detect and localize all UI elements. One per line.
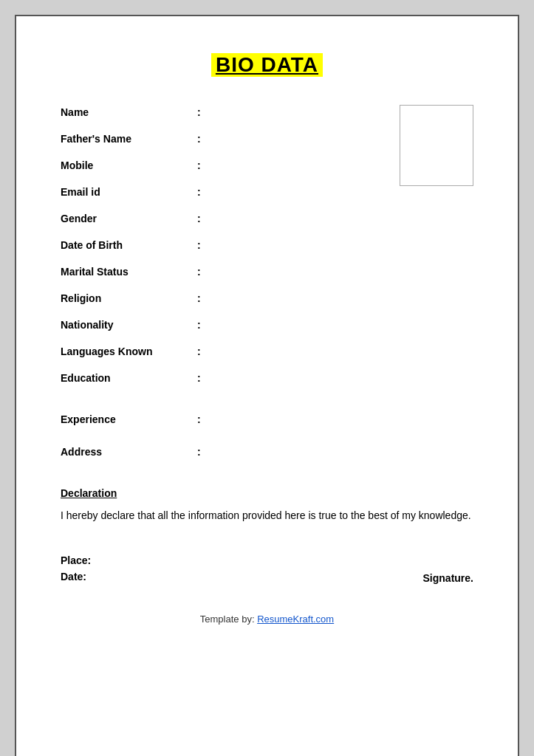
- table-row: Email id :: [61, 186, 473, 207]
- address-label: Address: [61, 446, 197, 458]
- field-colon-languages: :: [197, 346, 201, 357]
- footer-text: Template by:: [200, 614, 257, 625]
- field-label-name: Name: [61, 106, 197, 118]
- photo-box: [400, 105, 473, 186]
- field-colon-mobile: :: [197, 159, 201, 171]
- title-section: BIO DATA: [61, 53, 473, 77]
- table-row: Languages Known :: [61, 346, 473, 366]
- page: BIO DATA Name : Father's Name : Mobile :…: [15, 15, 519, 756]
- place-row: Place:: [61, 554, 473, 566]
- declaration-title: Declaration: [61, 487, 473, 499]
- experience-colon: :: [197, 413, 201, 425]
- field-colon-marital-status: :: [197, 266, 201, 278]
- declaration-text: I hereby declare that all the informatio…: [61, 506, 473, 525]
- field-label-fathers-name: Father's Name: [61, 133, 197, 145]
- field-colon-nationality: :: [197, 319, 201, 331]
- page-title: BIO DATA: [211, 53, 323, 77]
- experience-row: Experience :: [61, 413, 473, 425]
- experience-label: Experience: [61, 413, 197, 425]
- table-row: Gender :: [61, 213, 473, 233]
- signature-label: Signature.: [423, 572, 473, 584]
- field-colon-religion: :: [197, 292, 201, 304]
- field-colon-education: :: [197, 372, 201, 384]
- field-colon-gender: :: [197, 213, 201, 224]
- field-label-languages: Languages Known: [61, 346, 197, 357]
- field-label-dob: Date of Birth: [61, 239, 197, 251]
- field-colon-fathers-name: :: [197, 133, 201, 145]
- table-row: Marital Status :: [61, 266, 473, 286]
- table-row: Education :: [61, 372, 473, 393]
- table-row: Nationality :: [61, 319, 473, 340]
- footer: Template by: ResumeKraft.com: [61, 614, 473, 625]
- field-label-nationality: Nationality: [61, 319, 197, 331]
- table-row: Religion :: [61, 292, 473, 313]
- field-label-mobile: Mobile: [61, 159, 197, 171]
- address-colon: :: [197, 446, 201, 458]
- address-row: Address :: [61, 446, 473, 458]
- address-section: Address :: [61, 446, 473, 458]
- field-label-gender: Gender: [61, 213, 197, 224]
- place-label: Place:: [61, 554, 91, 566]
- declaration-section: Declaration I hereby declare that all th…: [61, 487, 473, 525]
- field-label-education: Education: [61, 372, 197, 384]
- table-row: Date of Birth :: [61, 239, 473, 260]
- footer-link[interactable]: ResumeKraft.com: [257, 614, 334, 625]
- field-label-marital-status: Marital Status: [61, 266, 197, 278]
- place-date-section: Place: Date: Signature.: [61, 554, 473, 584]
- experience-section: Experience :: [61, 413, 473, 425]
- field-label-religion: Religion: [61, 292, 197, 304]
- field-label-email: Email id: [61, 186, 197, 198]
- field-colon-email: :: [197, 186, 201, 198]
- date-label: Date:: [61, 571, 86, 583]
- signature-row: Signature.: [61, 572, 473, 584]
- field-colon-name: :: [197, 106, 201, 118]
- field-colon-dob: :: [197, 239, 201, 251]
